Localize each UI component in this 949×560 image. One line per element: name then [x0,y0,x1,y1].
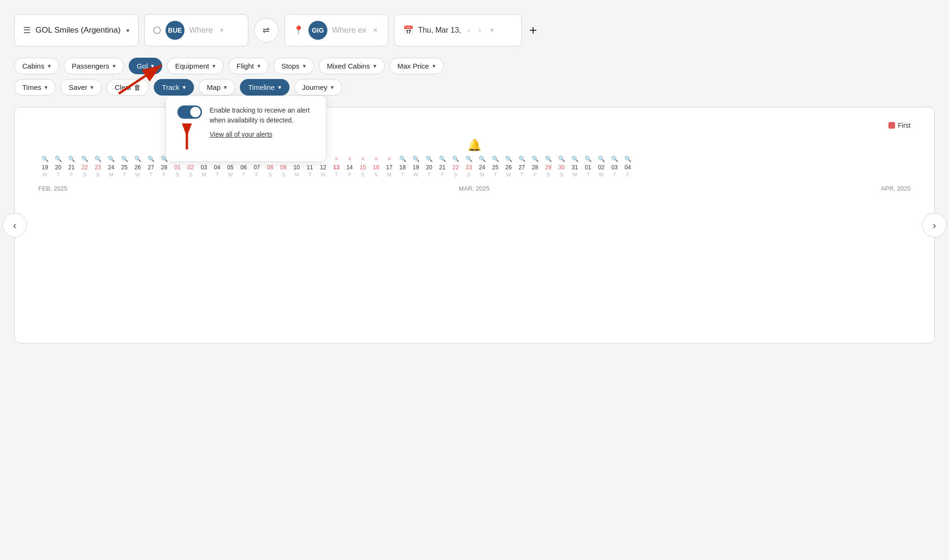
filter-btn-stops[interactable]: Stops▾ [273,58,314,74]
calendar-day-icon[interactable]: ✕ [330,156,343,162]
calendar-day-icon[interactable]: 🔍 [595,156,608,162]
view-alerts-link[interactable]: View all of your alerts [210,131,272,138]
calendar-date[interactable]: 25 [118,164,131,171]
destination-selector[interactable]: 📍 GIG Where ex × [284,14,388,46]
filter-btn-gol[interactable]: Gol▾ [129,58,162,74]
calendar-date[interactable]: 18 [396,164,409,171]
filter-btn-track[interactable]: Track▾ [154,79,194,96]
calendar-date[interactable]: 22 [449,164,462,171]
calendar-date[interactable]: 04 [621,164,634,171]
calendar-day-icon[interactable]: 🔍 [118,156,131,162]
filter-btn-map[interactable]: Map▾ [199,79,235,96]
calendar-day-icon[interactable]: 🔍 [38,156,52,162]
calendar-date[interactable]: 30 [555,164,568,171]
calendar-day-icon[interactable]: 🔍 [131,156,144,162]
calendar-date[interactable]: 27 [144,164,158,171]
calendar-day-icon[interactable]: ✕ [383,156,396,162]
calendar-date[interactable]: 14 [343,164,356,171]
calendar-date[interactable]: 10 [290,164,303,171]
filter-btn-journey[interactable]: Journey▾ [294,79,342,96]
calendar-day-icon[interactable]: 🔍 [436,156,449,162]
filter-btn-saver[interactable]: Saver▾ [61,79,102,96]
calendar-date[interactable]: 23 [91,164,105,171]
destination-clear-icon[interactable]: × [373,26,378,35]
filter-btn-timeline[interactable]: Timeline▾ [240,79,289,96]
date-selector[interactable]: 📅 Thu, Mar 13, ‹ › × [394,14,522,46]
calendar-date[interactable]: 06 [237,164,250,171]
calendar-day-icon[interactable]: 🔍 [409,156,422,162]
calendar-date[interactable]: 04 [211,164,224,171]
calendar-date[interactable]: 28 [528,164,542,171]
calendar-date[interactable]: 28 [158,164,171,171]
calendar-date[interactable]: 27 [515,164,528,171]
filter-btn-times[interactable]: Times▾ [14,79,56,96]
calendar-prev-button[interactable]: ‹ [2,213,27,237]
calendar-day-icon[interactable]: 🔍 [528,156,542,162]
tracking-toggle[interactable] [177,105,202,119]
calendar-day-icon[interactable]: 🔍 [555,156,568,162]
calendar-day-icon[interactable]: 🔍 [581,156,595,162]
calendar-date[interactable]: 24 [475,164,489,171]
calendar-date[interactable]: 12 [316,164,330,171]
calendar-day-icon[interactable]: 🔍 [489,156,502,162]
calendar-date[interactable]: 08 [264,164,277,171]
calendar-date[interactable]: 21 [65,164,78,171]
add-flight-button[interactable]: + [529,23,537,38]
origin-selector[interactable]: BUE Where × [144,14,248,46]
calendar-date[interactable]: 29 [542,164,555,171]
calendar-next-button[interactable]: › [922,213,947,237]
filter-btn-passengers[interactable]: Passengers▾ [64,58,124,74]
calendar-date[interactable]: 20 [52,164,65,171]
filter-btn-max-price[interactable]: Max Price▾ [389,58,444,74]
calendar-day-icon[interactable]: 🔍 [396,156,409,162]
calendar-date[interactable]: 01 [581,164,595,171]
calendar-date[interactable]: 17 [383,164,396,171]
date-prev-button[interactable]: ‹ [466,25,472,35]
calendar-date[interactable]: 25 [489,164,502,171]
filter-btn-mixed-cabins[interactable]: Mixed Cabins▾ [319,58,385,74]
calendar-day-icon[interactable]: 🔍 [91,156,105,162]
date-clear-icon[interactable]: × [490,26,494,35]
calendar-day-icon[interactable]: 🔍 [502,156,515,162]
calendar-day-icon[interactable]: ✕ [369,156,383,162]
calendar-date[interactable]: 22 [78,164,91,171]
calendar-day-icon[interactable]: 🔍 [621,156,634,162]
calendar-date[interactable]: 03 [608,164,621,171]
calendar-date[interactable]: 02 [184,164,197,171]
calendar-date[interactable]: 09 [277,164,290,171]
calendar-day-icon[interactable]: 🔍 [515,156,528,162]
calendar-date[interactable]: 03 [197,164,211,171]
calendar-day-icon[interactable]: ✕ [356,156,369,162]
calendar-date[interactable]: 13 [330,164,343,171]
swap-button[interactable]: ⇌ [254,18,279,43]
calendar-day-icon[interactable]: 🔍 [462,156,475,162]
calendar-day-icon[interactable]: 🔍 [542,156,555,162]
calendar-date[interactable]: 19 [38,164,52,171]
calendar-day-icon[interactable]: 🔍 [475,156,489,162]
calendar-date[interactable]: 20 [422,164,436,171]
calendar-date[interactable]: 01 [171,164,184,171]
calendar-day-icon[interactable]: 🔍 [422,156,436,162]
calendar-day-icon[interactable]: ✕ [343,156,356,162]
filter-btn-cabins[interactable]: Cabins▾ [14,58,59,74]
calendar-date[interactable]: 31 [568,164,581,171]
calendar-date[interactable]: 24 [105,164,118,171]
calendar-date[interactable]: 26 [502,164,515,171]
calendar-date[interactable]: 02 [595,164,608,171]
calendar-day-icon[interactable]: 🔍 [78,156,91,162]
calendar-day-icon[interactable]: 🔍 [608,156,621,162]
calendar-day-icon[interactable]: 🔍 [65,156,78,162]
airline-selector[interactable]: ☰ GOL Smiles (Argentina) ▾ [14,14,139,46]
calendar-date[interactable]: 26 [131,164,144,171]
calendar-date[interactable]: 16 [369,164,383,171]
calendar-date[interactable]: 21 [436,164,449,171]
calendar-date[interactable]: 11 [303,164,316,171]
filter-btn-flight[interactable]: Flight▾ [228,58,269,74]
filter-btn-equipment[interactable]: Equipment▾ [167,58,224,74]
calendar-day-icon[interactable]: 🔍 [52,156,65,162]
calendar-day-icon[interactable]: 🔍 [568,156,581,162]
calendar-day-icon[interactable]: 🔍 [144,156,158,162]
calendar-date[interactable]: 23 [462,164,475,171]
filter-btn-clear[interactable]: Clear🗑 [106,79,149,96]
date-next-button[interactable]: › [477,25,483,35]
